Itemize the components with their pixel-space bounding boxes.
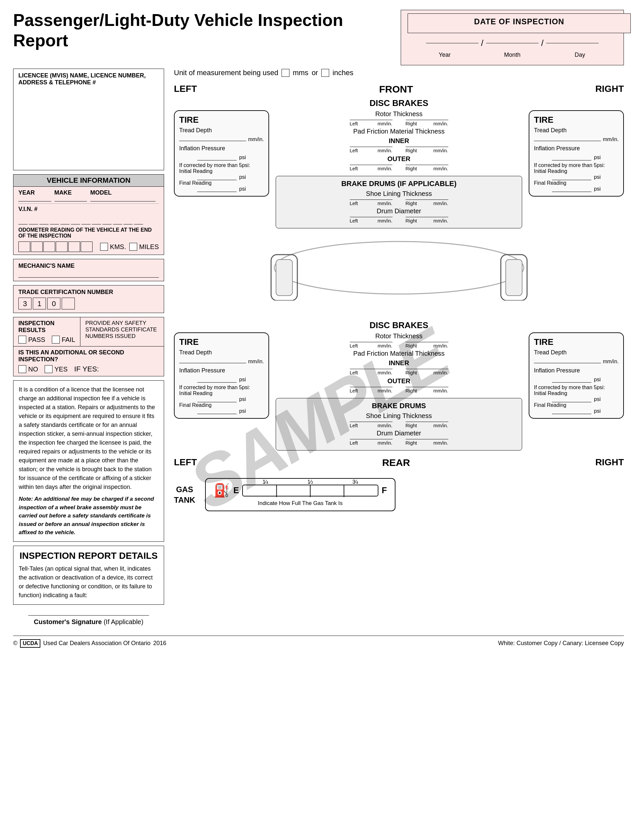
left-label-rear: LEFT — [174, 457, 197, 468]
front-right-tread-value[interactable] — [534, 141, 601, 141]
left-column: LICENCEE (MVIS) NAME, LICENCE NUMBER, AD… — [13, 69, 164, 626]
inches-checkbox[interactable] — [321, 69, 329, 77]
outer-label-rear: OUTER — [276, 377, 522, 385]
signature-line[interactable] — [28, 615, 149, 616]
rotor-rear-left: Left mm/in. — [350, 342, 392, 349]
pad-outer-left-line[interactable] — [350, 165, 392, 165]
drum-rear-right-line[interactable] — [406, 439, 448, 439]
pad-inner-right-unit: mm/in. — [433, 148, 448, 153]
date-inspection-header: DATE OF INSPECTION — [408, 13, 631, 33]
pad-inner-right-line[interactable] — [406, 147, 448, 147]
odo-cell-1[interactable] — [18, 242, 30, 252]
pad-outer-rear-left: Left mm/in. — [350, 387, 392, 393]
rear-right-tread-value[interactable] — [534, 363, 601, 363]
right-label-rear: RIGHT — [595, 457, 624, 468]
drum-rear-left-line[interactable] — [350, 439, 392, 439]
trade-cert-digit-1[interactable]: 3 — [18, 298, 32, 309]
rotor-rear-left-label: Left — [350, 343, 358, 349]
front-right-inflation-value[interactable] — [552, 160, 591, 161]
shoe-rear-right-line[interactable] — [406, 422, 448, 422]
front-left-initial-psi: psi — [239, 174, 246, 180]
rotor-right-line[interactable] — [406, 120, 448, 120]
svg-rect-4 — [506, 259, 522, 296]
vin-cell-10[interactable] — [113, 215, 122, 224]
shoe-rear-right-label: Right — [406, 423, 417, 428]
rear-right-tread-line: mm/in. — [534, 358, 619, 365]
vin-cell-1[interactable] — [18, 215, 28, 224]
odo-row: KMS. MILES — [18, 242, 159, 252]
model-value[interactable] — [90, 201, 156, 202]
pad-outer-rear-left-unit: mm/in. — [378, 388, 392, 393]
front-left-tread-value[interactable] — [179, 141, 246, 141]
vin-cell-11[interactable] — [123, 215, 133, 224]
odo-label: ODOMETER READING OF THE VEHICLE AT THE E… — [18, 227, 159, 239]
trade-cert-digit-2[interactable]: 1 — [33, 298, 46, 309]
day-label: Day — [546, 52, 614, 58]
make-value[interactable] — [54, 201, 87, 202]
pass-label[interactable]: PASS — [18, 336, 45, 344]
vin-cell-9[interactable] — [103, 215, 112, 224]
fail-label[interactable]: FAIL — [52, 336, 75, 344]
pad-inner-rear-left-line[interactable] — [350, 369, 392, 369]
shoe-rear-left-line[interactable] — [350, 422, 392, 422]
mms-label: mms — [293, 69, 308, 77]
front-left-inflation-value[interactable] — [197, 160, 237, 161]
legal-text-body: It is a condition of a licence that the … — [19, 385, 158, 491]
vin-cell-12[interactable] — [134, 215, 143, 224]
odo-cell-2[interactable] — [31, 242, 43, 252]
odo-cell-5[interactable] — [68, 242, 80, 252]
no-checkbox[interactable] — [18, 365, 26, 373]
pad-outer-rear-left-line[interactable] — [350, 387, 392, 387]
pad-inner-rear-right-line[interactable] — [406, 369, 448, 369]
day-field[interactable] — [546, 43, 599, 43]
vehicle-info-box: VEHICLE INFORMATION YEAR MAKE — [13, 174, 164, 255]
front-right-tread-depth-label: Tread Depth — [534, 127, 619, 134]
vin-cell-3[interactable] — [40, 215, 49, 224]
rotor-rear-right-line[interactable] — [406, 342, 448, 342]
pad-inner-left-line[interactable] — [350, 147, 392, 147]
vin-cell-8[interactable] — [92, 215, 101, 224]
pass-checkbox[interactable] — [18, 336, 26, 344]
rear-axle-row: TIRE Tread Depth mm/in. Inflation Pressu… — [174, 332, 624, 450]
vin-cell-6[interactable] — [71, 215, 80, 224]
shoe-rear-left-labels: Left mm/in. — [350, 423, 392, 428]
kms-checkbox-label[interactable]: KMS. — [100, 243, 126, 251]
mechanic-line[interactable] — [18, 277, 159, 278]
gas-label-line1: GAS — [174, 484, 195, 494]
rear-left-tread-value[interactable] — [179, 363, 246, 363]
odo-cell-3[interactable] — [43, 242, 55, 252]
fail-checkbox[interactable] — [52, 336, 60, 344]
odo-cell-4[interactable] — [56, 242, 68, 252]
inspection-details-header: INSPECTION REPORT DETAILS — [19, 551, 158, 561]
pad-outer-rear-right-line[interactable] — [406, 387, 448, 387]
drum-front-right-line[interactable] — [406, 217, 448, 217]
year-value[interactable] — [18, 201, 51, 202]
rotor-left-line[interactable] — [350, 120, 392, 120]
pad-outer-right-line[interactable] — [406, 165, 448, 165]
month-field[interactable] — [486, 43, 539, 43]
shoe-front-right-line[interactable] — [406, 199, 448, 200]
kms-checkbox[interactable] — [100, 243, 108, 251]
trade-cert-digit-3[interactable]: 0 — [47, 298, 60, 309]
pad-outer-rear-right: Right mm/in. — [406, 387, 448, 393]
miles-checkbox[interactable] — [129, 243, 137, 251]
miles-checkbox-label[interactable]: MILES — [129, 243, 159, 251]
shoe-front-left-line[interactable] — [350, 199, 392, 200]
vin-cell-7[interactable] — [81, 215, 90, 224]
yes-label[interactable]: YES — [45, 365, 68, 373]
year-field[interactable] — [426, 43, 479, 43]
mms-checkbox[interactable] — [281, 69, 289, 77]
yes-checkbox[interactable] — [45, 365, 52, 373]
vin-cell-4[interactable] — [50, 215, 59, 224]
pad-inner-rear-right: Right mm/in. — [406, 369, 448, 375]
vin-cell-2[interactable] — [29, 215, 38, 224]
trade-cert-digit-4[interactable] — [62, 298, 75, 309]
no-label[interactable]: NO — [18, 365, 38, 373]
drum-front-left-line[interactable] — [350, 217, 392, 217]
vin-cell-5[interactable] — [60, 215, 70, 224]
rotor-rear-left-line[interactable] — [350, 342, 392, 342]
tick3: 3⁄₄ — [352, 479, 358, 485]
insp-results-left: INSPECTION RESULTS PASS FAIL — [13, 317, 81, 346]
insp-results-label: INSPECTION RESULTS — [18, 320, 75, 334]
odo-cell-6[interactable] — [81, 242, 93, 252]
